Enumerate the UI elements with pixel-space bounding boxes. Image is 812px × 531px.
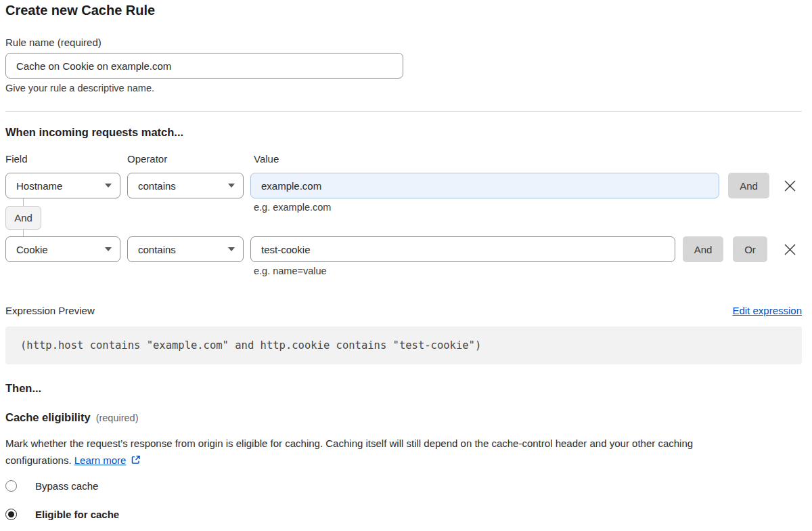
operator-select-row2[interactable]: contains: [127, 236, 244, 262]
section-divider: [5, 111, 802, 112]
radio-label-eligible-for-cache: Eligible for cache: [35, 509, 119, 520]
or-button-row2[interactable]: Or: [733, 236, 767, 262]
then-heading: Then...: [5, 382, 41, 395]
remove-condition-button-row1[interactable]: [780, 173, 800, 198]
connector-and-button[interactable]: And: [5, 206, 41, 230]
description-line2: configurations.: [5, 454, 72, 466]
radio-button-bypass-cache[interactable]: [5, 480, 17, 492]
column-label-value: Value: [254, 153, 279, 165]
expression-code: (http.host contains "example.com" and ht…: [20, 339, 481, 352]
field-select-row2[interactable]: Cookie: [5, 236, 120, 262]
field-select-row1-value: Hostname: [16, 180, 62, 192]
radio-button-eligible-for-cache[interactable]: [5, 509, 17, 520]
remove-condition-button-row2[interactable]: [780, 236, 800, 262]
chevron-down-icon: [105, 247, 112, 251]
rule-name-label: Rule name (required): [5, 37, 102, 48]
required-note: (required): [96, 412, 139, 423]
value-hint-row2: e.g. name=value: [254, 266, 327, 276]
rule-name-helper: Give your rule a descriptive name.: [5, 83, 154, 93]
close-icon: [784, 179, 796, 192]
page-title: Create new Cache Rule: [5, 3, 155, 18]
radio-row-eligible-for-cache[interactable]: Eligible for cache: [5, 509, 119, 520]
field-select-row1[interactable]: Hostname: [5, 173, 120, 198]
and-button-row1[interactable]: And: [728, 173, 769, 198]
chevron-down-icon: [105, 184, 112, 188]
radio-row-bypass-cache[interactable]: Bypass cache: [5, 480, 98, 492]
external-link-icon: [131, 455, 141, 465]
expression-preview-label: Expression Preview: [5, 305, 95, 316]
operator-select-row2-value: contains: [138, 244, 176, 255]
operator-select-row1[interactable]: contains: [127, 173, 244, 198]
cache-eligibility-description: Mark whether the request’s response from…: [5, 435, 797, 469]
value-hint-row1: e.g. example.com: [254, 202, 331, 213]
expression-preview-box: (http.host contains "example.com" and ht…: [5, 326, 802, 364]
rule-name-input[interactable]: [5, 53, 403, 79]
match-section-heading: When incoming requests match...: [5, 126, 183, 139]
field-select-row2-value: Cookie: [16, 244, 48, 255]
column-label-operator: Operator: [127, 153, 167, 165]
value-input-row1[interactable]: [250, 173, 719, 198]
learn-more-link[interactable]: Learn more: [74, 454, 127, 466]
edit-expression-link[interactable]: Edit expression: [732, 305, 802, 316]
chevron-down-icon: [228, 184, 235, 188]
chevron-down-icon: [228, 247, 235, 251]
radio-label-bypass-cache: Bypass cache: [35, 480, 98, 492]
column-label-field: Field: [5, 153, 28, 165]
cache-eligibility-heading: Cache eligibility: [5, 411, 91, 423]
description-line1: Mark whether the request’s response from…: [5, 438, 693, 449]
operator-select-row1-value: contains: [138, 180, 176, 192]
and-button-row2[interactable]: And: [683, 236, 723, 262]
close-icon: [784, 243, 796, 256]
value-input-row2[interactable]: [250, 236, 675, 262]
